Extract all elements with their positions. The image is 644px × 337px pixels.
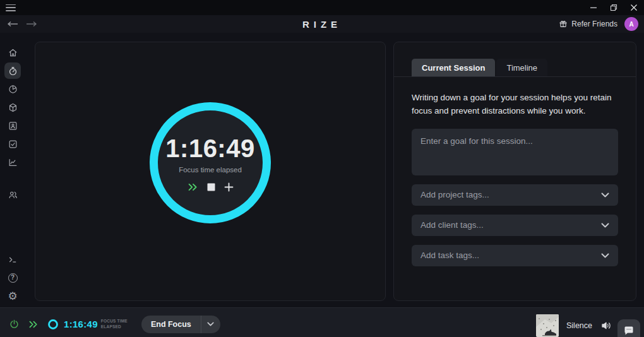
refer-friends-label: Refer Friends	[571, 20, 617, 28]
nav-right-group: Refer Friends A	[559, 17, 638, 31]
end-focus-caret[interactable]	[201, 316, 220, 333]
focus-ring-icon	[47, 319, 59, 330]
back-button[interactable]	[6, 21, 19, 27]
hamburger-menu-icon[interactable]	[6, 4, 16, 11]
sidebar-item-clients[interactable]	[4, 117, 21, 134]
sidebar-item-reports[interactable]	[4, 154, 21, 170]
contact-card-icon	[8, 121, 18, 131]
timer-card: 1:16:49 Focus time elapsed	[35, 42, 386, 301]
client-tags-placeholder: Add client tags...	[420, 220, 484, 230]
sidebar-item-home[interactable]	[4, 44, 21, 61]
now-playing-label: Silence	[566, 321, 592, 330]
sidebar-item-team[interactable]	[4, 186, 21, 203]
checkbox-icon	[8, 139, 18, 150]
session-card: Current Session Timeline Writing down a …	[393, 42, 636, 301]
gear-icon: ⚙	[8, 291, 17, 302]
fast-forward-button[interactable]	[188, 182, 198, 192]
line-chart-icon	[8, 157, 18, 168]
sidebar: ? ⚙	[0, 33, 25, 307]
task-tags-placeholder: Add task tags...	[420, 251, 479, 260]
forward-button[interactable]	[25, 21, 38, 27]
end-focus-button[interactable]: End Focus	[141, 316, 220, 333]
sidebar-item-analytics[interactable]	[4, 81, 21, 97]
team-icon	[8, 189, 18, 200]
chat-bubble-icon	[624, 326, 634, 336]
chevron-down-icon	[601, 223, 609, 228]
pie-chart-icon	[8, 84, 18, 95]
fast-forward-icon[interactable]	[28, 320, 39, 329]
add-time-button[interactable]	[224, 182, 234, 192]
sidebar-item-timer[interactable]	[4, 62, 21, 79]
media-group: Silence	[536, 314, 611, 337]
footer-bar: 1:16:49 FOCUS TIME ELAPSED End Focus	[0, 307, 644, 337]
rize-app-window: RIZE Refer Friends A	[0, 0, 644, 337]
focus-progress-ring: 1:16:49 Focus time elapsed	[150, 102, 271, 223]
home-icon	[8, 47, 18, 58]
end-focus-label: End Focus	[141, 320, 201, 329]
restore-button[interactable]	[604, 0, 624, 15]
focus-time-caption: Focus time elapsed	[179, 166, 242, 174]
session-description: Writing down a goal for your session hel…	[412, 92, 618, 118]
chevron-down-icon	[601, 192, 609, 198]
chevron-down-icon	[601, 253, 609, 258]
refer-friends-button[interactable]: Refer Friends	[559, 20, 617, 28]
sidebar-item-settings[interactable]: ⚙	[4, 288, 21, 304]
chat-button[interactable]	[617, 319, 640, 337]
speaker-icon[interactable]	[601, 321, 611, 330]
stopwatch-icon	[8, 66, 18, 76]
avatar[interactable]: A	[624, 17, 638, 31]
workspace: ? ⚙ 1:16:49 Focus time elapsed	[0, 33, 644, 307]
footer-elapsed-label: FOCUS TIME ELAPSED	[101, 319, 128, 329]
close-button[interactable]	[624, 0, 644, 15]
sidebar-item-tasks[interactable]	[4, 136, 21, 152]
nav-bar: RIZE Refer Friends A	[0, 15, 644, 33]
project-tags-placeholder: Add project tags...	[420, 190, 489, 199]
focus-time-elapsed: 1:16:49	[165, 134, 254, 163]
power-button[interactable]	[9, 319, 20, 329]
sidebar-item-help[interactable]: ?	[4, 269, 21, 286]
sidebar-item-terminal[interactable]	[4, 251, 21, 268]
sidebar-item-categories[interactable]	[4, 99, 21, 115]
timer-controls	[188, 182, 234, 192]
goal-input[interactable]	[412, 129, 618, 175]
rize-logo: RIZE	[0, 19, 644, 30]
stop-button[interactable]	[207, 183, 215, 191]
gift-icon	[559, 20, 568, 28]
window-controls	[583, 0, 644, 15]
client-tags-dropdown[interactable]: Add client tags...	[412, 215, 618, 236]
main-content: 1:16:49 Focus time elapsed	[25, 33, 644, 307]
tab-current-session[interactable]: Current Session	[412, 59, 495, 76]
session-tabbar: Current Session Timeline	[394, 59, 636, 77]
minimize-button[interactable]	[583, 0, 604, 15]
album-art[interactable]	[536, 314, 559, 337]
footer-elapsed-time: 1:16:49	[64, 319, 98, 329]
help-icon: ?	[8, 273, 18, 283]
project-tags-dropdown[interactable]: Add project tags...	[412, 184, 618, 206]
tab-timeline[interactable]: Timeline	[496, 59, 547, 76]
task-tags-dropdown[interactable]: Add task tags...	[412, 245, 618, 266]
terminal-icon	[8, 254, 18, 265]
title-bar	[0, 0, 644, 15]
package-icon	[8, 102, 18, 113]
